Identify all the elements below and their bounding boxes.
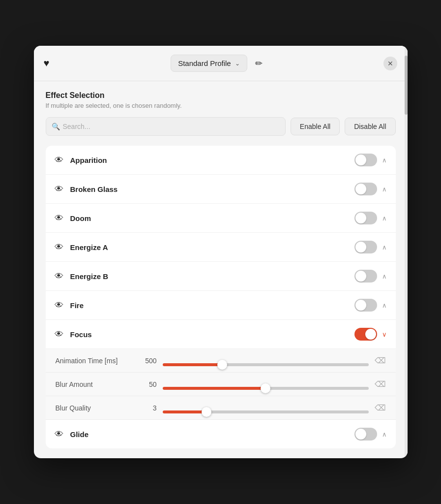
profile-name: Standard Profile	[178, 59, 231, 67]
effect-item-energize-a: 👁 Energize A ∧	[46, 233, 396, 262]
effect-item-energize-b: 👁 Energize B ∧	[46, 262, 396, 291]
scrollbar-thumb[interactable]	[405, 56, 408, 115]
expand-fire-icon[interactable]: ∧	[382, 302, 387, 309]
toggle-doom[interactable]	[354, 212, 377, 224]
effect-name-energize-b: Energize B	[70, 272, 354, 281]
effect-item-glide: 👁 Glide ∧	[46, 420, 396, 448]
main-window: ♥ Standard Profile ⌄ ✏ ✕ Effect Selectio…	[34, 46, 408, 458]
eye-icon-glide: 👁	[55, 429, 63, 440]
slider-row-blur-quality: Blur Quality 3 ⌫	[46, 396, 396, 420]
blur-quality-clear-icon[interactable]: ⌫	[375, 403, 386, 412]
toggle-energize-a[interactable]	[354, 241, 377, 253]
toggle-energize-b[interactable]	[354, 270, 377, 283]
enable-all-button[interactable]: Enable All	[291, 118, 340, 135]
effect-item-fire: 👁 Fire ∧	[46, 291, 396, 320]
toggle-broken-glass[interactable]	[354, 183, 377, 195]
close-button[interactable]: ✕	[383, 57, 397, 70]
eye-icon-energize-a: 👁	[55, 242, 63, 252]
effect-name-fire: Fire	[70, 301, 354, 310]
toggle-glide[interactable]	[354, 428, 377, 441]
edit-icon[interactable]: ✏	[255, 58, 263, 69]
expand-energize-a-icon[interactable]: ∧	[382, 244, 387, 251]
search-wrapper: 🔍	[46, 117, 286, 136]
effect-name-doom: Doom	[70, 214, 354, 222]
chevron-down-icon: ⌄	[235, 60, 240, 67]
effect-item-broken-glass: 👁 Broken Glass ∧	[46, 175, 396, 204]
effect-name-apparition: Apparition	[70, 156, 354, 164]
eye-icon-focus: 👁	[55, 329, 63, 340]
blur-quality-slider-wrapper	[163, 407, 369, 410]
expand-energize-b-icon[interactable]: ∧	[382, 273, 387, 280]
section-title: Effect Selection	[46, 91, 396, 100]
blur-amount-label: Blur Amount	[56, 380, 134, 388]
blur-amount-clear-icon[interactable]: ⌫	[375, 379, 386, 389]
effect-item-apparition: 👁 Apparition ∧	[46, 146, 396, 175]
title-bar: ♥ Standard Profile ⌄ ✏ ✕	[34, 46, 408, 81]
scrollbar-track	[405, 46, 408, 458]
expand-doom-icon[interactable]: ∧	[382, 215, 387, 222]
effect-name-energize-a: Energize A	[70, 243, 354, 252]
animation-time-slider-wrapper	[163, 359, 369, 362]
animation-time-clear-icon[interactable]: ⌫	[375, 356, 386, 365]
blur-quality-slider[interactable]	[163, 410, 369, 413]
search-input[interactable]	[46, 117, 286, 136]
effect-list: 👁 Apparition ∧ 👁 Broken Glass ∧ 👁 Doom ∧	[46, 146, 396, 448]
animation-time-label: Animation Time [ms]	[56, 357, 134, 365]
expand-focus-icon[interactable]: ∨	[382, 331, 387, 338]
search-row: 🔍 Enable All Disable All	[46, 117, 396, 136]
eye-icon-doom: 👁	[55, 213, 63, 223]
effect-name-broken-glass: Broken Glass	[70, 185, 354, 193]
animation-time-value: 500	[140, 357, 157, 365]
eye-icon-broken-glass: 👁	[55, 184, 63, 194]
blur-quality-value: 3	[140, 404, 157, 412]
blur-amount-slider[interactable]	[163, 387, 369, 390]
section-subtitle: If multiple are selected, one is chosen …	[46, 102, 396, 109]
focus-subpanel: Animation Time [ms] 500 ⌫ Blur Amount 50…	[46, 349, 396, 420]
toggle-apparition[interactable]	[354, 154, 377, 166]
eye-icon-energize-b: 👁	[55, 271, 63, 282]
disable-all-button[interactable]: Disable All	[345, 118, 395, 135]
search-icon: 🔍	[52, 123, 60, 130]
effect-item-focus: 👁 Focus ∨	[46, 320, 396, 349]
content-area: Effect Selection If multiple are selecte…	[34, 81, 408, 458]
eye-icon-apparition: 👁	[55, 155, 63, 165]
blur-amount-slider-wrapper	[163, 383, 369, 386]
eye-icon-fire: 👁	[55, 300, 63, 311]
slider-row-blur-amount: Blur Amount 50 ⌫	[46, 373, 396, 396]
blur-quality-label: Blur Quality	[56, 404, 134, 412]
expand-glide-icon[interactable]: ∧	[382, 431, 387, 438]
expand-apparition-icon[interactable]: ∧	[382, 157, 387, 164]
blur-amount-value: 50	[140, 380, 157, 388]
effect-name-glide: Glide	[70, 430, 354, 439]
expand-broken-glass-icon[interactable]: ∧	[382, 186, 387, 193]
heart-icon: ♥	[44, 58, 50, 69]
slider-row-animation-time: Animation Time [ms] 500 ⌫	[46, 349, 396, 373]
close-icon: ✕	[387, 60, 393, 67]
toggle-focus[interactable]	[354, 328, 377, 341]
effect-name-focus: Focus	[70, 330, 354, 339]
toggle-fire[interactable]	[354, 299, 377, 312]
profile-selector[interactable]: Standard Profile ⌄	[171, 55, 247, 72]
effect-item-doom: 👁 Doom ∧	[46, 204, 396, 233]
animation-time-slider[interactable]	[163, 363, 369, 366]
